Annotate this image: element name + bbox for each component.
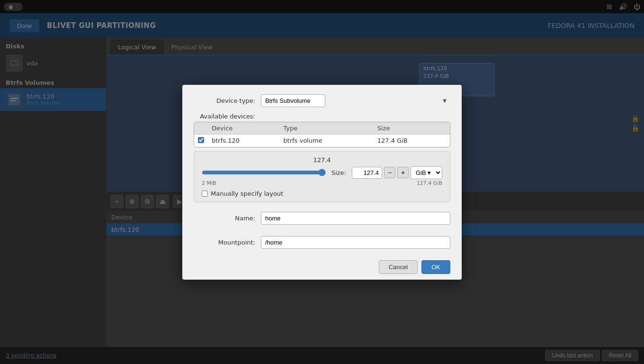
avail-device-type: btrfs volume	[279, 134, 373, 147]
size-controls: − + GiB ▾ MiB TiB	[352, 166, 442, 179]
unit-select[interactable]: GiB ▾ MiB TiB	[411, 166, 442, 179]
add-device-dialog: Device type: Btrfs Subvolume Partition L…	[182, 85, 462, 280]
avail-col-device: Device	[208, 122, 279, 135]
ok-button[interactable]: OK	[421, 260, 450, 274]
device-type-wrapper: Btrfs Subvolume Partition LVM Volume Gro…	[261, 94, 450, 107]
size-input[interactable]	[352, 167, 382, 179]
mountpoint-row: Mountpoint:	[182, 230, 462, 255]
device-type-select[interactable]: Btrfs Subvolume Partition LVM Volume Gro…	[261, 94, 325, 107]
name-label: Name:	[194, 215, 255, 222]
mountpoint-input[interactable]	[261, 236, 450, 249]
device-type-label: Device type:	[194, 97, 255, 104]
slider-row: Size: − + GiB ▾ MiB TiB	[202, 166, 442, 179]
avail-device-name: btrfs.120	[208, 134, 279, 147]
avail-devices-inner-table: Device Type Size btrfs.120 btrfs volume …	[194, 122, 450, 147]
slider-max-label: 127.4 GiB	[417, 180, 442, 186]
size-slider[interactable]	[202, 169, 326, 176]
cancel-button[interactable]: Cancel	[379, 260, 418, 274]
dialog-overlay: Device type: Btrfs Subvolume Partition L…	[0, 0, 644, 364]
size-increase-button[interactable]: +	[397, 167, 409, 178]
available-devices-table: Device Type Size btrfs.120 btrfs volume …	[194, 122, 450, 147]
manually-specify-checkbox[interactable]	[202, 191, 208, 197]
slider-min-label: 2 MiB	[202, 180, 216, 186]
dialog-buttons: Cancel OK	[182, 255, 462, 280]
avail-device-size: 127.4 GiB	[374, 134, 450, 147]
size-label: Size:	[331, 169, 346, 176]
mountpoint-label: Mountpoint:	[194, 239, 255, 246]
size-decrease-button[interactable]: −	[384, 167, 395, 178]
avail-col-type: Type	[279, 122, 373, 135]
avail-device-row: btrfs.120 btrfs volume 127.4 GiB	[194, 134, 450, 147]
avail-device-checkbox[interactable]	[198, 137, 204, 143]
slider-value-label: 127.4	[202, 156, 442, 164]
avail-device-check-cell	[194, 134, 208, 147]
avail-col-check	[194, 122, 208, 135]
device-type-row: Device type: Btrfs Subvolume Partition L…	[182, 85, 462, 113]
device-type-arrow-icon: ▼	[443, 98, 447, 103]
size-section: 127.4 Size: − + GiB ▾ MiB TiB 2 MiB 127	[194, 151, 450, 202]
name-input[interactable]	[261, 212, 450, 225]
manually-specify-row: Manually specify layout	[202, 190, 442, 197]
manually-specify-label: Manually specify layout	[211, 190, 283, 197]
slider-range-labels: 2 MiB 127.4 GiB	[202, 180, 442, 186]
avail-devices-label: Available devices:	[194, 113, 255, 120]
avail-col-size: Size	[374, 122, 450, 135]
name-row: Name:	[182, 204, 462, 230]
avail-devices-label-row: Available devices:	[182, 113, 462, 122]
